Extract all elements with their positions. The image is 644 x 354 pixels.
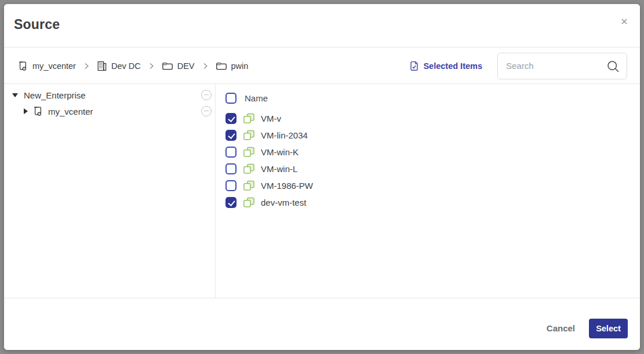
breadcrumb-item-pwin[interactable]: pwin bbox=[216, 61, 249, 71]
chevron-right-icon bbox=[201, 62, 209, 70]
tree-item-label: New_Enterprise bbox=[24, 90, 86, 100]
row-checkbox[interactable] bbox=[225, 147, 237, 158]
row-checkbox[interactable] bbox=[225, 180, 237, 191]
vm-name: VM-1986-PW bbox=[261, 181, 313, 191]
close-icon[interactable]: ✕ bbox=[618, 16, 631, 28]
tree-item-my-vcenter[interactable]: my_vcenter bbox=[4, 103, 215, 119]
dialog-header: Source ✕ bbox=[4, 4, 640, 48]
vm-name: VM-win-K bbox=[261, 147, 299, 157]
table-row[interactable]: dev-vm-test bbox=[216, 194, 640, 211]
selected-items-button[interactable]: Selected Items bbox=[410, 61, 482, 71]
table-row[interactable]: VM-lin-2034 bbox=[216, 127, 640, 144]
minus-circle-icon[interactable] bbox=[201, 90, 212, 100]
table-row[interactable]: VM-1986-PW bbox=[216, 177, 640, 194]
chevron-right-icon bbox=[147, 62, 155, 70]
select-all-checkbox[interactable] bbox=[225, 93, 237, 104]
page-title: Source bbox=[14, 17, 60, 32]
table-row[interactable]: VM-v bbox=[216, 110, 640, 127]
vm-name: dev-vm-test bbox=[261, 198, 306, 207]
folder-icon bbox=[162, 61, 173, 71]
breadcrumb-item-dev[interactable]: DEV bbox=[162, 61, 195, 71]
vm-icon bbox=[243, 130, 255, 141]
select-button[interactable]: Select bbox=[589, 319, 628, 338]
source-dialog: Source ✕ my_vcenter bbox=[4, 4, 640, 350]
dialog-footer: Cancel Select bbox=[4, 298, 640, 350]
tree-item-label: my_vcenter bbox=[48, 107, 93, 116]
search-box bbox=[497, 53, 627, 79]
vm-icon bbox=[243, 197, 255, 208]
breadcrumb-item-my-vcenter[interactable]: my_vcenter bbox=[19, 61, 76, 71]
source-tree: New_Enterprise my_vcenter bbox=[4, 85, 216, 298]
selected-items-label: Selected Items bbox=[423, 61, 482, 71]
row-checkbox[interactable] bbox=[225, 130, 237, 141]
cancel-button[interactable]: Cancel bbox=[547, 323, 575, 333]
vm-icon bbox=[243, 113, 255, 124]
vcenter-icon bbox=[19, 61, 28, 71]
breadcrumb-label: Dev DC bbox=[111, 61, 141, 71]
row-checkbox[interactable] bbox=[225, 197, 237, 208]
vm-icon bbox=[243, 180, 255, 191]
search-input[interactable] bbox=[506, 54, 602, 78]
toolbar-right: Selected Items bbox=[410, 53, 627, 79]
chevron-right-icon bbox=[82, 62, 90, 70]
dialog-content: New_Enterprise my_vcenter Name bbox=[4, 85, 640, 298]
expander-down-icon[interactable] bbox=[12, 93, 18, 97]
vm-name: VM-lin-2034 bbox=[261, 130, 308, 140]
tree-item-new-enterprise[interactable]: New_Enterprise bbox=[4, 87, 215, 103]
vm-icon bbox=[243, 163, 255, 174]
breadcrumb: my_vcenter Dev DC bbox=[19, 61, 248, 71]
toolbar: my_vcenter Dev DC bbox=[4, 48, 640, 84]
folder-icon bbox=[216, 61, 227, 71]
row-checkbox[interactable] bbox=[225, 113, 237, 124]
row-checkbox[interactable] bbox=[225, 163, 237, 174]
breadcrumb-label: pwin bbox=[231, 61, 249, 71]
vm-list: Name VM-v VM-lin-2034 bbox=[216, 85, 640, 298]
breadcrumb-item-dev-dc[interactable]: Dev DC bbox=[97, 61, 141, 71]
vm-name: VM-v bbox=[261, 114, 281, 123]
list-header: Name bbox=[216, 89, 640, 107]
minus-circle-icon[interactable] bbox=[201, 106, 212, 116]
table-row[interactable]: VM-win-K bbox=[216, 144, 640, 160]
name-column-header: Name bbox=[245, 93, 268, 103]
breadcrumb-label: my_vcenter bbox=[32, 61, 76, 71]
vm-icon bbox=[243, 147, 255, 158]
document-check-icon bbox=[410, 61, 419, 71]
vm-name: VM-win-L bbox=[261, 164, 297, 174]
search-icon[interactable] bbox=[606, 60, 620, 74]
datacenter-icon bbox=[97, 61, 107, 71]
breadcrumb-label: DEV bbox=[177, 61, 195, 71]
vcenter-icon bbox=[34, 106, 43, 116]
expander-right-icon[interactable] bbox=[24, 108, 28, 114]
table-row[interactable]: VM-win-L bbox=[216, 160, 640, 177]
